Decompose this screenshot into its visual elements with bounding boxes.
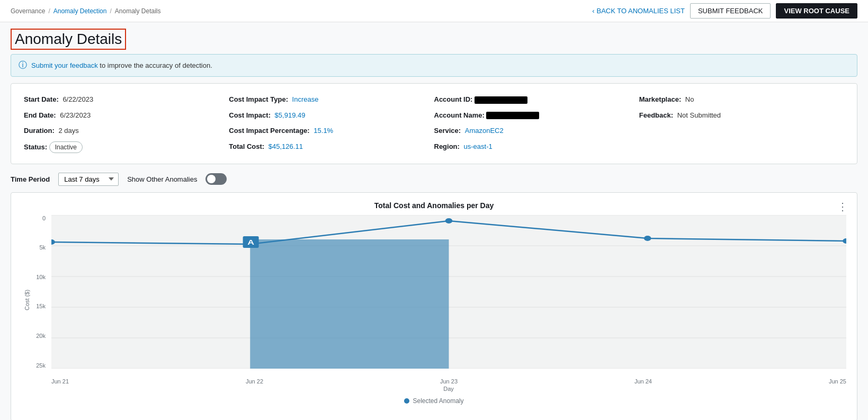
service-field: Service: AmazonEC2	[434, 126, 639, 136]
back-chevron-icon: ‹	[592, 7, 594, 15]
show-anomalies-label: Show Other Anomalies	[127, 175, 197, 183]
anomaly-bar	[250, 239, 449, 369]
back-label: BACK TO ANOMALIES LIST	[597, 7, 685, 15]
view-root-cause-button[interactable]: VIEW ROOT CAUSE	[776, 3, 857, 19]
anomaly-marker-label: A	[247, 238, 254, 246]
x-tick-jun23: Jun 23	[440, 378, 458, 385]
cost-impact-type-field: Cost Impact Type: Increase	[229, 94, 434, 105]
page-title: Anomaly Details	[11, 29, 126, 50]
legend-selected-anomaly: Selected Anomaly	[404, 397, 463, 405]
start-date-field: Start Date: 6/22/2023	[24, 94, 229, 105]
details-grid: Start Date: 6/22/2023 End Date: 6/23/202…	[24, 94, 844, 153]
end-date-field: End Date: 6/23/2023	[24, 110, 229, 121]
chart-container: Total Cost and Anomalies per Day ⋮ Cost …	[11, 192, 857, 421]
x-axis: Jun 21 Jun 22 Jun 23 Jun 24 Jun 25	[51, 369, 846, 385]
y-axis-label: Cost ($)	[22, 215, 30, 385]
cost-impact-pct-field: Cost Impact Percentage: 15.1%	[229, 126, 434, 136]
chart-inner: 25k 20k 15k 10k 5k 0	[30, 215, 846, 385]
breadcrumb-anomaly-details: Anomaly Details	[115, 7, 161, 15]
submit-feedback-button[interactable]: SUBMIT FEEDBACK	[690, 3, 771, 19]
breadcrumb-anomaly-detection[interactable]: Anomaly Detection	[53, 7, 107, 15]
info-icon: ⓘ	[19, 60, 27, 71]
show-anomalies-toggle[interactable]	[205, 173, 227, 185]
status-field: Status: Inactive	[24, 141, 229, 153]
cost-impact-field: Cost Impact: $5,919.49	[229, 110, 434, 121]
chart-svg: A	[51, 215, 846, 369]
status-badge: Inactive	[49, 141, 83, 153]
y-tick-0: 0	[42, 215, 46, 221]
y-tick-25k: 25k	[36, 362, 46, 369]
breadcrumb-governance: Governance	[11, 7, 45, 15]
top-nav: Governance / Anomaly Detection / Anomaly…	[0, 0, 868, 22]
x-axis-label: Day	[51, 386, 846, 392]
datapoint-jun21	[51, 239, 55, 245]
datapoint-jun23	[445, 218, 453, 224]
legend-dot-selected	[404, 398, 409, 404]
y-tick-15k: 15k	[36, 303, 46, 309]
y-tick-20k: 20k	[36, 333, 46, 339]
chart-controls: Time Period Last 7 days Last 14 days Las…	[11, 173, 857, 186]
account-id-field: Account ID:	[434, 94, 639, 105]
details-card: Start Date: 6/22/2023 End Date: 6/23/202…	[11, 83, 857, 164]
datapoint-jun25	[843, 238, 846, 244]
top-actions: ‹ BACK TO ANOMALIES LIST SUBMIT FEEDBACK…	[592, 3, 857, 19]
legend-label-selected: Selected Anomaly	[413, 397, 463, 405]
info-text: Submit your feedback to improve the accu…	[31, 61, 212, 69]
account-name-field: Account Name:	[434, 110, 639, 121]
breadcrumb-sep-2: /	[110, 7, 111, 15]
page-header: Anomaly Details	[0, 22, 868, 54]
y-tick-5k: 5k	[39, 244, 46, 251]
total-cost-field: Total Cost: $45,126.11	[229, 141, 434, 152]
account-id-redacted	[475, 96, 527, 104]
x-tick-jun25: Jun 25	[829, 378, 846, 385]
marketplace-field: Marketplace: No	[639, 94, 844, 105]
y-axis: 25k 20k 15k 10k 5k 0	[30, 215, 49, 369]
chart-menu-button[interactable]: ⋮	[837, 200, 848, 213]
details-col-1: Start Date: 6/22/2023 End Date: 6/23/202…	[24, 94, 229, 153]
toggle-slider	[205, 173, 227, 185]
region-field: Region: us-east-1	[434, 141, 639, 152]
duration-field: Duration: 2 days	[24, 126, 229, 136]
feedback-field: Feedback: Not Submitted	[639, 110, 844, 121]
details-col-2: Cost Impact Type: Increase Cost Impact: …	[229, 94, 434, 153]
back-button[interactable]: ‹ BACK TO ANOMALIES LIST	[592, 7, 685, 15]
details-col-3: Account ID: Account Name: Service: Amazo…	[434, 94, 639, 153]
submit-feedback-link[interactable]: Submit your feedback	[31, 61, 98, 69]
breadcrumb: Governance / Anomaly Detection / Anomaly…	[11, 7, 160, 15]
datapoint-jun24	[644, 236, 651, 241]
x-tick-jun22: Jun 22	[246, 378, 263, 385]
details-col-4: Marketplace: No Feedback: Not Submitted	[639, 94, 844, 153]
chart-area: Cost ($) 25k 20k 15k 10k 5k 0	[22, 215, 846, 385]
time-period-label: Time Period	[11, 175, 50, 183]
y-tick-10k: 10k	[36, 274, 46, 280]
chart-legend: Selected Anomaly	[22, 397, 846, 405]
x-tick-jun24: Jun 24	[634, 378, 652, 385]
info-banner: ⓘ Submit your feedback to improve the ac…	[11, 54, 857, 77]
chart-plot: A	[51, 215, 846, 369]
breadcrumb-sep-1: /	[48, 7, 50, 15]
account-name-redacted	[486, 112, 539, 119]
time-period-select[interactable]: Last 7 days Last 14 days Last 30 days La…	[58, 173, 119, 186]
chart-title: Total Cost and Anomalies per Day	[22, 201, 846, 210]
x-tick-jun21: Jun 21	[51, 378, 69, 385]
